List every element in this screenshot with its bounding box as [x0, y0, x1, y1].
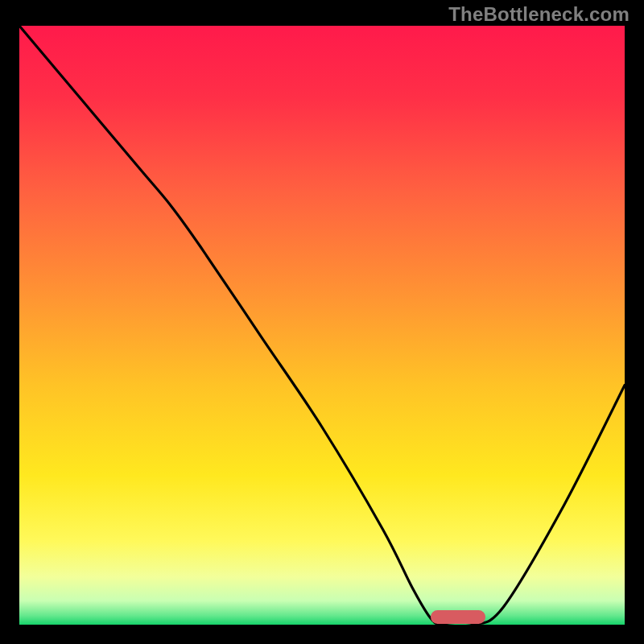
optimal-range-marker	[431, 610, 485, 624]
bottleneck-curve	[19, 26, 625, 625]
plot-area	[19, 26, 625, 625]
watermark-text: TheBottleneck.com	[448, 3, 630, 26]
chart-frame: TheBottleneck.com	[0, 0, 644, 644]
